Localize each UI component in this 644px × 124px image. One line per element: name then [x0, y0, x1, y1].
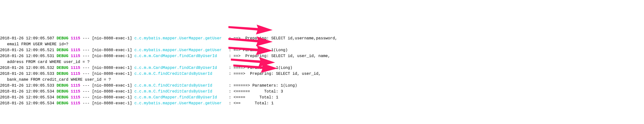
separator: ---: [82, 66, 90, 70]
log-message: : <====== Total: 3: [212, 89, 283, 94]
timestamp: 2018-01-26 12:09:05.532: [0, 66, 54, 70]
log-line: 2018-01-26 12:09:05.534 DEBUG 1115 --- […: [0, 94, 644, 100]
log-message-continuation: bank_name FROM credit_card WHERE user_id…: [5, 77, 111, 82]
log-message: : ==> Parameters: 1(Long): [222, 48, 288, 52]
log-line: 2018-01-26 12:09:05.532 DEBUG 1115 --- […: [0, 65, 644, 71]
thread-name: [nio-8080-exec-1]: [92, 95, 132, 100]
logger-name: c.c.m.m.C.findCreditCardsByUserId: [134, 72, 212, 76]
timestamp: 2018-01-26 12:09:05.533: [0, 72, 54, 76]
log-line: 2018-01-26 12:09:05.533 DEBUG 1115 --- […: [0, 71, 644, 77]
thread-name: [nio-8080-exec-1]: [92, 66, 132, 70]
log-message-continuation: address FROM card WHERE user_id = ?: [5, 60, 90, 64]
log-level: DEBUG: [56, 36, 68, 41]
pid: 1115: [71, 101, 80, 105]
log-message: : <==== Total: 1: [217, 95, 278, 100]
logger-name: c.c.m.m.CardMapper.findCardByUserId: [134, 95, 217, 100]
log-level: DEBUG: [56, 101, 68, 105]
log-line: 2018-01-26 12:09:05.533 DEBUG 1115 --- […: [0, 83, 644, 89]
thread-name: [nio-8080-exec-1]: [92, 89, 132, 94]
log-message: : ====> Parameters: 1(Long): [217, 66, 292, 70]
logger-name: c.c.m.m.C.findCreditCardsByUserId: [134, 83, 212, 88]
timestamp: 2018-01-26 12:09:05.534: [0, 101, 54, 105]
timestamp: 2018-01-26 12:09:05.534: [0, 95, 54, 100]
log-level: DEBUG: [56, 83, 68, 88]
logger-name: c.c.mybatis.mapper.UserMapper.getUser: [134, 36, 222, 41]
separator: ---: [82, 54, 90, 58]
log-message: : <== Total: 1: [222, 101, 274, 105]
log-line: 2018-01-26 12:09:05.534 DEBUG 1115 --- […: [0, 100, 644, 106]
log-line: 2018-01-26 12:09:05.507 DEBUG 1115 --- […: [0, 35, 644, 41]
separator: ---: [82, 48, 90, 52]
thread-name: [nio-8080-exec-1]: [92, 72, 132, 76]
log-level: DEBUG: [56, 66, 68, 70]
thread-name: [nio-8080-exec-1]: [92, 48, 132, 52]
timestamp: 2018-01-26 12:09:05.534: [0, 89, 54, 94]
timestamp: 2018-01-26 12:09:05.531: [0, 54, 54, 58]
log-level: DEBUG: [56, 89, 68, 94]
svg-marker-0: [228, 25, 273, 35]
pid: 1115: [71, 72, 80, 76]
log-message-continuation: email FROM USER WHERE id=?: [5, 42, 68, 47]
log-message: : ====> Preparing: SELECT id, user_id,: [212, 72, 321, 76]
pid: 1115: [71, 83, 80, 88]
log-level: DEBUG: [56, 95, 68, 100]
log-message: : ======> Parameters: 1(Long): [212, 83, 297, 88]
pid: 1115: [71, 95, 80, 100]
timestamp: 2018-01-26 12:09:05.533: [0, 83, 54, 88]
log-line-continuation: email FROM USER WHERE id=?: [0, 41, 644, 47]
log-line: 2018-01-26 12:09:05.534 DEBUG 1115 --- […: [0, 89, 644, 94]
separator: ---: [82, 36, 90, 41]
log-level: DEBUG: [56, 48, 68, 52]
log-level: DEBUG: [56, 72, 68, 76]
thread-name: [nio-8080-exec-1]: [92, 101, 132, 105]
pid: 1115: [71, 89, 80, 94]
separator: ---: [82, 83, 90, 88]
logger-name: c.c.m.m.CardMapper.findCardByUserId: [134, 66, 217, 70]
separator: ---: [82, 89, 90, 94]
log-level: DEBUG: [56, 54, 68, 58]
log-line-continuation: address FROM card WHERE user_id = ?: [0, 59, 644, 65]
logger-name: c.c.m.m.CardMapper.findCardByUserId: [134, 54, 217, 58]
log-message: : ==> Preparing: SELECT id,username,pass…: [222, 36, 337, 41]
log-message: : ==> Preparing: SELECT id, user_id, nam…: [217, 54, 330, 58]
pid: 1115: [71, 36, 80, 41]
logger-name: c.c.m.m.C.findCreditCardsByUserId: [134, 89, 212, 94]
annotation-arrow-icon: [228, 25, 273, 35]
logger-name: c.c.mybatis.mapper.UserMapper.getUser: [134, 101, 222, 105]
thread-name: [nio-8080-exec-1]: [92, 54, 132, 58]
pid: 1115: [71, 66, 80, 70]
logger-name: c.c.mybatis.mapper.UserMapper.getUser: [134, 48, 222, 52]
timestamp: 2018-01-26 12:09:05.507: [0, 36, 54, 41]
thread-name: [nio-8080-exec-1]: [92, 36, 132, 41]
separator: ---: [82, 72, 90, 76]
pid: 1115: [71, 48, 80, 52]
log-output: 2018-01-26 12:09:05.507 DEBUG 1115 --- […: [0, 24, 644, 106]
log-line: 2018-01-26 12:09:05.521 DEBUG 1115 --- […: [0, 47, 644, 53]
log-line-continuation: bank_name FROM credit_card WHERE user_id…: [0, 77, 644, 83]
pid: 1115: [71, 54, 80, 58]
thread-name: [nio-8080-exec-1]: [92, 83, 132, 88]
separator: ---: [82, 101, 90, 105]
separator: ---: [82, 95, 90, 100]
log-line: 2018-01-26 12:09:05.531 DEBUG 1115 --- […: [0, 53, 644, 59]
timestamp: 2018-01-26 12:09:05.521: [0, 48, 54, 52]
